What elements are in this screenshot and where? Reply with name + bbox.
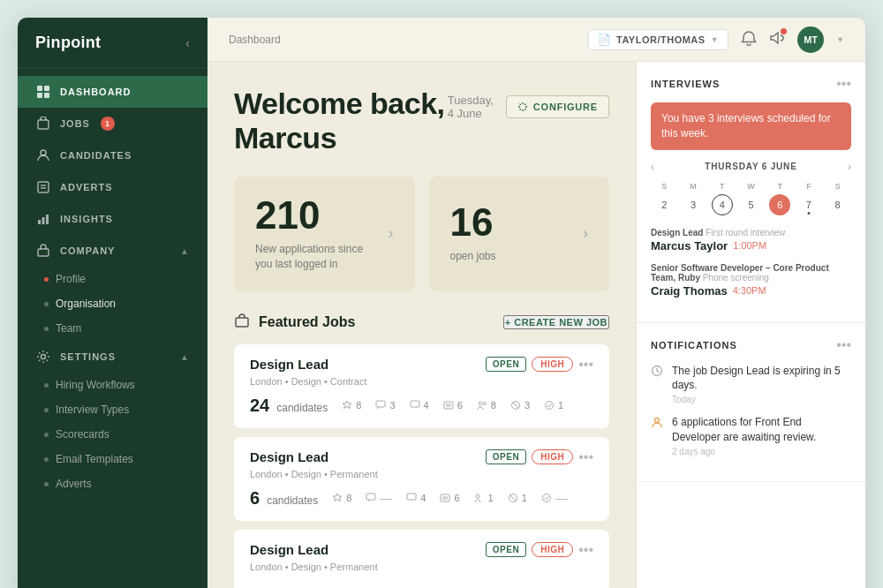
svg-rect-3 (44, 93, 49, 98)
candidates-count-1: 24 (250, 396, 269, 416)
svg-rect-1 (44, 86, 49, 91)
configure-button[interactable]: CONFIGURE (506, 95, 609, 118)
jobs-icon (35, 116, 51, 132)
cal-header-s: S (651, 180, 678, 192)
notifications-bell[interactable] (741, 30, 757, 49)
sidebar-sub-interview-types[interactable]: Interview Types (18, 397, 208, 422)
job-title-2[interactable]: Design Lead (250, 449, 328, 464)
cal-day-2[interactable]: 2 (653, 194, 675, 215)
cal-day-6[interactable]: 6 (769, 194, 790, 215)
sidebar-item-jobs[interactable]: JOBS 1 (18, 108, 208, 139)
interview-item-2: Senior Software Developer – Core Product… (651, 263, 851, 298)
collapse-icon[interactable]: ‹ (185, 36, 190, 50)
cal-header-m: M (680, 180, 707, 192)
clock-icon (651, 365, 663, 405)
user-avatar[interactable]: MT (797, 26, 824, 53)
main: Dashboard 📄 TAYLOR/THOMAS ▼ (208, 18, 865, 588)
company-selector[interactable]: 📄 TAYLOR/THOMAS ▼ (588, 29, 729, 50)
job-meta-1: London • Design • Contract (250, 376, 593, 387)
calendar-grid: S M T W T F S 2 3 4 5 6 7 8 (651, 180, 851, 215)
cal-day-3[interactable]: 3 (683, 194, 704, 215)
sidebar: Pinpoint ‹ DASHBOARD (18, 18, 208, 588)
interview-time-1: 1:00PM (733, 240, 766, 251)
megaphone-icon[interactable] (769, 30, 785, 49)
job-priority-3: HIGH (532, 542, 573, 557)
profile-bullet (44, 277, 49, 282)
job-stat-chat-2: — (366, 491, 392, 505)
sidebar-item-candidates[interactable]: CANDIDATES (18, 139, 208, 171)
sidebar-sub-adverts[interactable]: Adverts (18, 471, 208, 496)
svg-point-24 (546, 402, 554, 410)
sidebar-item-settings[interactable]: SETTINGS ▲ (18, 341, 208, 373)
cal-day-5[interactable]: 5 (740, 194, 761, 215)
svg-point-5 (41, 150, 46, 155)
settings-icon (35, 349, 51, 365)
job-stat-pin-1: 8 (342, 400, 361, 411)
job-menu-1[interactable]: ••• (578, 357, 593, 373)
notif-item-1: The job Design Lead is expiring in 5 day… (651, 364, 851, 405)
svg-point-13 (42, 355, 46, 359)
notification-dot (781, 28, 787, 34)
svg-rect-14 (236, 318, 248, 327)
company-doc-icon: 📄 (598, 34, 612, 46)
cal-day-8[interactable]: 8 (827, 194, 849, 215)
applications-arrow: › (389, 224, 394, 243)
cal-header-s2: S (824, 180, 851, 192)
jobs-arrow: › (583, 224, 588, 243)
avatar-dropdown-icon[interactable]: ▼ (836, 35, 844, 44)
job-stat-chat-1: 3 (375, 400, 395, 411)
job-title-3[interactable]: Design Lead (250, 542, 328, 557)
cal-next[interactable]: › (848, 161, 851, 173)
candidates-label-2: candidates (267, 494, 318, 507)
cal-day-7[interactable]: 7 (798, 194, 819, 215)
org-bullet (44, 302, 49, 306)
sidebar-sub-hiring-workflows[interactable]: Hiring Workflows (18, 373, 208, 397)
svg-point-30 (476, 494, 479, 498)
stat-card-jobs[interactable]: 16 open jobs › (429, 177, 610, 291)
sidebar-item-insights[interactable]: INSIGHTS (18, 203, 208, 235)
interviews-menu[interactable]: ••• (836, 76, 851, 92)
notifications-title: NOTIFICATIONS (651, 340, 737, 351)
sidebar-sub-team[interactable]: Team (18, 316, 208, 341)
cal-month-label: THURSDAY 6 JUNE (705, 162, 796, 171)
job-stat-people-1: 8 (477, 400, 496, 411)
app-name: Pinpoint (35, 34, 101, 52)
svg-rect-12 (38, 249, 49, 256)
sidebar-sub-email-templates[interactable]: Email Templates (18, 447, 208, 471)
topbar-right: 📄 TAYLOR/THOMAS ▼ M (588, 26, 844, 53)
et-bullet (44, 457, 49, 462)
sidebar-company-label: COMPANY (60, 245, 115, 256)
sidebar-sub-organisation[interactable]: Organisation (18, 291, 208, 316)
settings-arrow: ▲ (180, 352, 190, 362)
jobs-badge: 1 (101, 117, 115, 131)
sidebar-sub-profile[interactable]: Profile (18, 267, 208, 291)
stat-card-applications[interactable]: 210 New applications since you last logg… (234, 177, 415, 291)
interview-round-2: Phone screening (703, 273, 769, 283)
applications-number: 210 (255, 196, 379, 235)
job-title-1[interactable]: Design Lead (250, 357, 328, 372)
notifications-menu[interactable]: ••• (836, 337, 851, 353)
create-job-button[interactable]: + CREATE NEW JOB (503, 315, 609, 329)
cal-prev[interactable]: ‹ (651, 161, 654, 173)
sidebar-jobs-label: JOBS (60, 118, 90, 129)
job-stat-msg-1: 4 (410, 400, 429, 411)
company-arrow: ▲ (180, 246, 190, 256)
sc-bullet (44, 433, 49, 437)
sidebar-item-company[interactable]: COMPANY ▲ (18, 235, 208, 267)
sidebar-item-adverts[interactable]: ADVERTS (18, 171, 208, 203)
person-icon (651, 416, 663, 456)
cal-day-4[interactable]: 4 (712, 194, 733, 215)
sidebar-item-dashboard[interactable]: DASHBOARD (18, 76, 208, 108)
svg-rect-0 (37, 86, 42, 91)
job-priority-2: HIGH (532, 449, 573, 464)
sidebar-logo: Pinpoint ‹ (18, 18, 208, 69)
app-container: Pinpoint ‹ DASHBOARD (18, 18, 865, 588)
sidebar-org-label: Organisation (56, 298, 116, 310)
job-menu-3[interactable]: ••• (578, 542, 593, 558)
featured-jobs-header: Featured Jobs + CREATE NEW JOB (234, 313, 609, 332)
interview-job-title-1: Design Lead (651, 228, 703, 237)
sidebar-sub-scorecards[interactable]: Scorecards (18, 422, 208, 447)
notif-time-1: Today (672, 395, 851, 404)
job-menu-2[interactable]: ••• (578, 449, 593, 465)
applications-label: New applications since you last logged i… (255, 242, 379, 272)
